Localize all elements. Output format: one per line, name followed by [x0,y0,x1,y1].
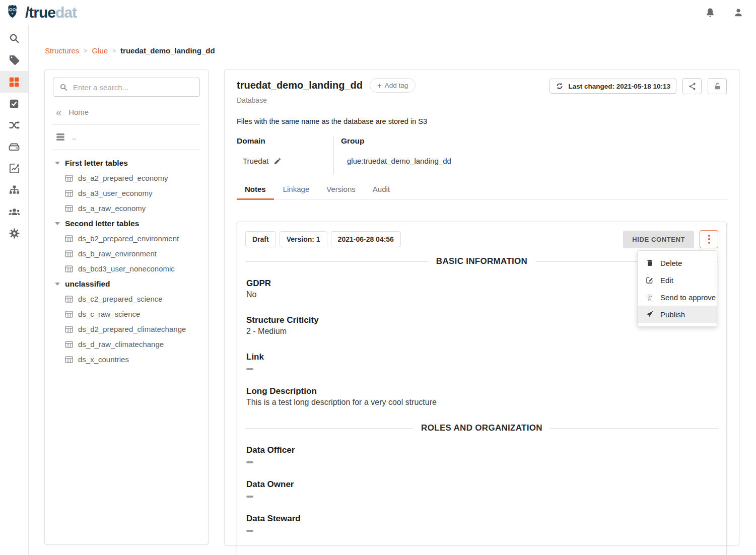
rail-item-storage[interactable] [0,136,28,158]
share-button[interactable] [682,78,702,94]
table-icon [65,250,73,257]
page-title: truedat_demo_landing_dd [237,80,363,91]
tag-icon [9,54,20,66]
tree-item[interactable]: ds_x_countries [65,355,200,364]
hard-drive-icon [8,141,20,153]
parent-item-label: .. [72,133,76,141]
structure-description: Files with the same name as the database… [237,117,727,125]
tab-versions[interactable]: Versions [318,180,364,199]
structure-type: Database [237,96,416,104]
table-icon [65,175,73,182]
caret-down-icon [55,283,60,286]
tree-item-label: ds_d_raw_climatechange [78,340,164,349]
menu-item-label: Publish [660,310,685,319]
stamp-icon [646,293,654,301]
rail-item-settings[interactable] [0,223,28,244]
empty-value-dash [246,461,253,463]
tree-item[interactable]: ds_d2_prepared_climatechange [65,325,200,333]
database-icon [56,133,65,141]
refresh-icon [556,82,564,90]
tree-item-label: ds_d2_prepared_climatechange [78,325,186,333]
user-icon [733,7,744,18]
structure-tree-panel: « Home .. First letter tables ds_a2_prep… [44,70,209,544]
rail-item-taxonomy[interactable] [0,179,28,201]
tree-item[interactable]: ds_a_raw_economy [65,204,200,213]
menu-item-edit[interactable]: Edit [638,271,717,289]
divider [53,124,200,125]
tree-group-unclassified[interactable]: unclassified [55,280,200,289]
breadcrumb-glue[interactable]: Glue [92,46,108,55]
detail-tabs: Notes Linkage Versions Audit [237,180,727,199]
trash-icon [646,259,654,267]
tree-group-second-letter-tables[interactable]: Second letter tables [55,219,200,228]
field-label: Link [246,352,717,362]
tree-item[interactable]: ds_b2_prepared_environment [65,234,200,243]
tab-audit[interactable]: Audit [365,180,398,199]
group-value: glue:truedat_demo_landing_dd [347,157,451,165]
version-badge: Version: 1 [280,231,327,247]
add-tag-label: Add tag [385,82,408,89]
tab-linkage[interactable]: Linkage [275,180,318,199]
user-menu-button[interactable] [733,7,744,18]
menu-item-send-to-approve[interactable]: Send to approve [638,289,717,306]
domain-value: Truedat [243,157,268,165]
home-link[interactable]: « Home [56,108,199,116]
truedat-logo[interactable]: /truedat [5,3,77,23]
tree-item-label: ds_a2_prepared_economy [78,174,168,182]
last-changed-button[interactable]: Last changed: 2021-05-18 10:13 [549,79,676,94]
field-data-owner: Data Owner [246,479,717,498]
notifications-button[interactable] [705,7,716,18]
tree-search[interactable] [53,78,200,97]
tree-item-label: ds_b2_prepared_environment [78,234,179,243]
tree-group-label: Second letter tables [65,219,139,228]
tree-item[interactable]: ds_c2_prepared_science [65,295,200,303]
date-badge: 2021-06-28 04:56 [331,231,401,247]
field-label: Data Owner [246,479,717,490]
breadcrumb-structures[interactable]: Structures [45,46,79,55]
field-label: Data Officer [246,445,717,455]
paper-plane-icon [646,310,654,318]
pencil-icon[interactable] [273,157,282,165]
shuffle-icon [9,119,20,131]
empty-value-dash [246,496,253,498]
menu-item-label: Edit [660,276,673,285]
top-bar: /truedat [0,0,756,25]
rail-item-users[interactable] [0,201,28,223]
tree-item[interactable]: ds_b_raw_environment [65,249,200,258]
rail-item-lineage[interactable] [0,114,28,136]
table-icon [65,326,73,333]
rail-item-dashboards[interactable] [0,158,28,179]
tab-notes[interactable]: Notes [237,180,274,199]
tree-item[interactable]: ds_a3_user_economy [65,189,200,197]
tree-item[interactable]: ds_d_raw_climatechange [65,340,200,349]
note-actions-menu-button[interactable] [700,230,718,248]
check-square-icon [9,98,20,109]
breadcrumb: Structures > Glue > truedat_demo_landing… [45,46,215,55]
bell-icon [705,7,716,18]
rail-item-quality[interactable] [0,93,28,114]
hide-content-button[interactable]: HIDE CONTENT [623,231,694,248]
tree-item[interactable]: ds_a2_prepared_economy [65,174,200,182]
last-changed-label: Last changed: 2021-05-18 10:13 [568,83,670,90]
search-input[interactable] [73,83,193,92]
structure-tree: First letter tables ds_a2_prepared_econo… [53,159,200,364]
gear-icon [9,228,20,239]
add-tag-button[interactable]: + Add tag [370,78,416,93]
menu-item-publish[interactable]: Publish [638,306,717,323]
kebab-dots-icon [708,235,710,244]
rail-item-tags[interactable] [0,49,28,71]
tree-item-label: ds_a_raw_economy [78,204,146,213]
domain-label: Domain [237,136,333,146]
parent-database-item[interactable]: .. [56,133,200,141]
chevrons-left-icon: « [56,109,61,116]
rail-item-structures[interactable] [0,71,28,93]
breadcrumb-separator: > [112,47,116,54]
group-label: Group [341,136,451,146]
tree-item[interactable]: ds_bcd3_user_noneconomic [65,264,200,273]
tree-item-label: ds_x_countries [78,355,129,364]
tree-item[interactable]: ds_c_raw_science [65,310,200,318]
menu-item-delete[interactable]: Delete [638,254,717,271]
rail-item-search[interactable] [0,28,28,49]
tree-group-first-letter-tables[interactable]: First letter tables [55,159,200,168]
lock-button[interactable] [708,78,727,94]
